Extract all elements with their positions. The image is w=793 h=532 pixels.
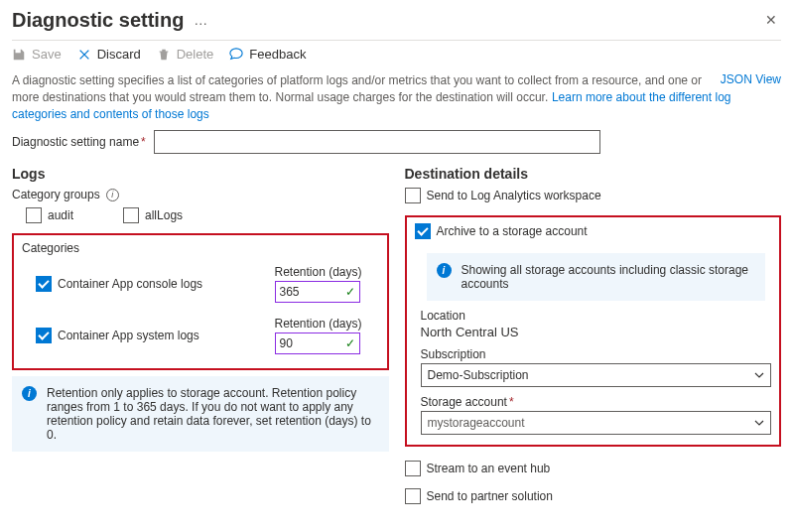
checkbox-event-hub-label: Stream to an event hub bbox=[427, 462, 551, 475]
delete-icon bbox=[157, 48, 171, 62]
chevron-down-icon bbox=[754, 370, 764, 380]
retention-value-1: 365 bbox=[280, 285, 300, 299]
feedback-label: Feedback bbox=[249, 47, 306, 62]
subscription-value: Demo-Subscription bbox=[428, 368, 529, 382]
checkbox-event-hub[interactable]: Stream to an event hub bbox=[405, 461, 782, 476]
categories-label: Categories bbox=[22, 241, 379, 255]
storage-account-value: mystorageaccount bbox=[428, 416, 525, 430]
discard-button[interactable]: Discard bbox=[77, 47, 141, 62]
save-label: Save bbox=[32, 47, 62, 62]
subscription-select[interactable]: Demo-Subscription bbox=[421, 363, 772, 387]
retention-input-1[interactable]: 365✓ bbox=[275, 281, 360, 303]
info-icon: i bbox=[22, 386, 37, 401]
checkbox-archive-storage-label: Archive to a storage account bbox=[437, 224, 588, 238]
storage-account-select[interactable]: mystorageaccount bbox=[421, 411, 772, 435]
archive-highlight: Archive to a storage account i Showing a… bbox=[405, 215, 782, 447]
check-icon: ✓ bbox=[345, 285, 355, 299]
storage-account-label: Storage account* bbox=[421, 395, 772, 409]
retention-label-1: Retention (days) bbox=[275, 265, 379, 279]
discard-icon bbox=[77, 48, 91, 62]
check-icon: ✓ bbox=[345, 336, 355, 350]
close-icon[interactable]: ✕ bbox=[761, 8, 781, 32]
info-icon[interactable]: i bbox=[106, 189, 119, 201]
logs-section-title: Logs bbox=[12, 166, 389, 182]
destination-section-title: Destination details bbox=[405, 166, 782, 182]
location-value: North Central US bbox=[421, 325, 772, 339]
checkbox-audit-label: audit bbox=[48, 208, 73, 222]
delete-button: Delete bbox=[157, 47, 214, 62]
retention-info-text: Retention only applies to storage accoun… bbox=[47, 386, 379, 442]
storage-info-text: Showing all storage accounts including c… bbox=[462, 263, 756, 291]
checkbox-console-logs-label: Container App console logs bbox=[58, 277, 202, 291]
setting-name-label: Diagnostic setting name* bbox=[12, 135, 146, 149]
checkbox-log-analytics[interactable]: Send to Log Analytics workspace bbox=[405, 188, 782, 203]
info-icon: i bbox=[437, 263, 452, 278]
category-groups-label: Category groups bbox=[12, 188, 100, 201]
retention-label-2: Retention (days) bbox=[275, 317, 379, 331]
save-icon bbox=[12, 48, 26, 62]
page-title: Diagnostic setting bbox=[12, 9, 184, 32]
checkbox-alllogs-label: allLogs bbox=[145, 208, 183, 222]
checkbox-partner-solution[interactable]: Send to partner solution bbox=[405, 488, 782, 504]
retention-value-2: 90 bbox=[280, 336, 293, 350]
checkbox-audit[interactable]: audit bbox=[26, 207, 73, 223]
retention-info-box: i Retention only applies to storage acco… bbox=[12, 376, 389, 452]
json-view-link[interactable]: JSON View bbox=[721, 72, 781, 86]
categories-highlight: Categories Container App console logs Re… bbox=[12, 233, 389, 370]
more-icon[interactable]: … bbox=[194, 13, 207, 27]
storage-info-box: i Showing all storage accounts including… bbox=[427, 253, 766, 301]
discard-label: Discard bbox=[97, 47, 141, 62]
delete-label: Delete bbox=[177, 47, 214, 62]
setting-name-input[interactable] bbox=[154, 130, 600, 154]
checkbox-archive-storage[interactable]: Archive to a storage account bbox=[415, 223, 772, 239]
feedback-button[interactable]: Feedback bbox=[229, 47, 306, 62]
subscription-label: Subscription bbox=[421, 347, 772, 361]
save-button: Save bbox=[12, 47, 62, 62]
checkbox-system-logs-label: Container App system logs bbox=[58, 329, 199, 342]
location-label: Location bbox=[421, 309, 772, 323]
checkbox-partner-solution-label: Send to partner solution bbox=[427, 489, 553, 503]
retention-input-2[interactable]: 90✓ bbox=[275, 332, 360, 354]
checkbox-system-logs[interactable]: Container App system logs bbox=[36, 328, 275, 343]
checkbox-log-analytics-label: Send to Log Analytics workspace bbox=[427, 189, 601, 202]
checkbox-alllogs[interactable]: allLogs bbox=[123, 207, 183, 223]
checkbox-console-logs[interactable]: Container App console logs bbox=[36, 276, 275, 292]
feedback-icon bbox=[229, 48, 243, 62]
chevron-down-icon bbox=[754, 418, 764, 428]
